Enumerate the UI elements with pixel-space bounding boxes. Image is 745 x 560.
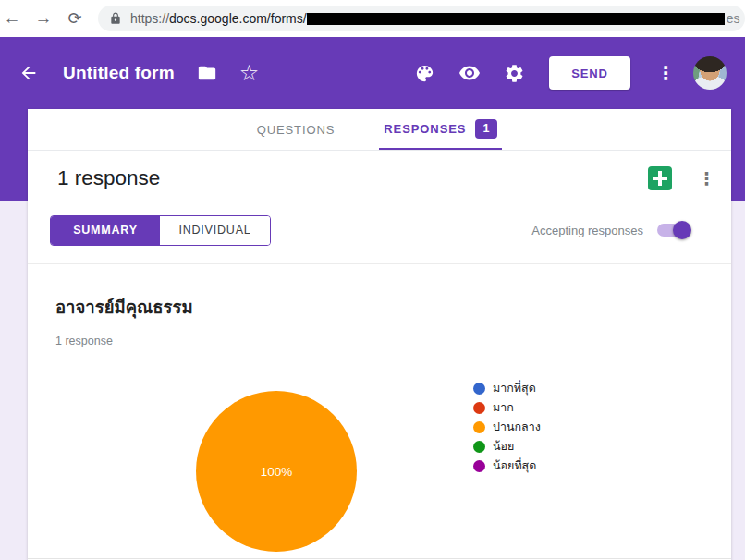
tab-responses-label: RESPONSES: [384, 122, 466, 136]
settings-gear-icon[interactable]: [504, 63, 525, 84]
legend-label: มากที่สุด: [493, 383, 536, 395]
browser-chrome: ← → ⟳ https://docs.google.com/forms/ es: [0, 0, 745, 37]
responses-controls-row: SUMMARY INDIVIDUAL Accepting responses: [50, 214, 709, 246]
url-text: https://docs.google.com/forms/: [130, 11, 307, 26]
pie-slice-label: 100%: [261, 465, 293, 479]
legend-item: มาก: [473, 402, 541, 414]
browser-forward-icon[interactable]: →: [31, 8, 55, 29]
responses-header-actions: ⋮: [648, 166, 711, 190]
tab-responses[interactable]: RESPONSES 1: [379, 109, 502, 150]
accepting-responses-toggle[interactable]: [657, 224, 689, 237]
legend-item: มากที่สุด: [473, 383, 541, 395]
section-divider: [28, 263, 731, 264]
form-tabbar: QUESTIONS RESPONSES 1: [28, 109, 731, 151]
folder-icon[interactable]: [197, 63, 217, 83]
legend-dot-orange: [473, 421, 485, 433]
legend-label: น้อยที่สุด: [493, 460, 536, 472]
avatar[interactable]: [693, 56, 727, 90]
legend-label: น้อย: [493, 441, 514, 453]
toggle-knob: [673, 221, 691, 239]
question-title: อาจารย์มีคุณธรรม: [55, 294, 193, 321]
browser-reload-icon[interactable]: ⟳: [63, 8, 87, 29]
toolbar-kebab-menu-icon[interactable]: ⋮: [656, 62, 671, 84]
pie-chart: 100%: [196, 391, 357, 552]
legend-dot-blue: [473, 383, 485, 395]
individual-tab[interactable]: INDIVIDUAL: [160, 216, 270, 245]
palette-icon[interactable]: [414, 63, 435, 84]
address-bar[interactable]: https://docs.google.com/forms/ es: [98, 6, 745, 31]
card-bottom-divider: [28, 558, 731, 559]
legend-dot-green: [473, 441, 485, 453]
responses-card: QUESTIONS RESPONSES 1 1 response ⋮ SUMMA…: [28, 109, 731, 560]
responses-header-row: 1 response ⋮: [57, 163, 711, 194]
legend-dot-red: [473, 402, 485, 414]
legend-item: ปานกลาง: [473, 421, 541, 433]
star-icon[interactable]: ☆: [239, 62, 260, 84]
forms-toolbar: Untitled form ☆ SEND ⋮: [0, 37, 745, 109]
accepting-responses-group: Accepting responses: [531, 224, 709, 237]
pie-legend: มากที่สุด มาก ปานกลาง น้อย น้อยที่สุด: [473, 383, 541, 472]
summary-tab[interactable]: SUMMARY: [51, 216, 160, 245]
form-title[interactable]: Untitled form: [63, 63, 175, 83]
url-scheme: https://: [130, 11, 169, 26]
back-arrow-icon[interactable]: [18, 63, 39, 83]
responses-heading: 1 response: [57, 166, 160, 190]
responses-count-badge: 1: [475, 119, 497, 139]
url-host-path: docs.google.com/forms/: [169, 11, 307, 26]
accepting-responses-label: Accepting responses: [531, 224, 643, 237]
legend-label: มาก: [493, 402, 514, 414]
legend-label: ปานกลาง: [493, 421, 541, 433]
create-spreadsheet-icon[interactable]: [648, 166, 672, 190]
toolbar-right-group: SEND ⋮: [391, 56, 745, 90]
browser-back-icon[interactable]: ←: [0, 8, 24, 29]
question-response-count: 1 response: [55, 335, 113, 347]
url-tail: es: [727, 11, 740, 26]
url-redaction-bar: [307, 13, 725, 25]
send-button[interactable]: SEND: [549, 56, 630, 90]
tab-questions[interactable]: QUESTIONS: [257, 109, 336, 150]
summary-individual-segmented-control: SUMMARY INDIVIDUAL: [50, 215, 271, 246]
legend-item: น้อยที่สุด: [473, 460, 541, 472]
lock-icon: [109, 12, 122, 25]
legend-item: น้อย: [473, 441, 541, 453]
legend-dot-purple: [473, 460, 485, 472]
responses-kebab-menu-icon[interactable]: ⋮: [698, 168, 711, 189]
google-forms-responses-screen: ← → ⟳ https://docs.google.com/forms/ es …: [0, 0, 745, 560]
preview-eye-icon[interactable]: [458, 62, 481, 84]
